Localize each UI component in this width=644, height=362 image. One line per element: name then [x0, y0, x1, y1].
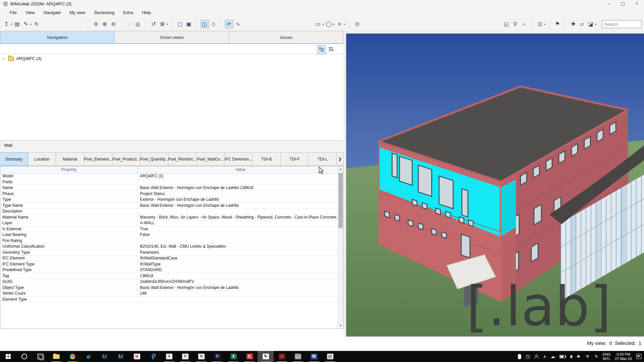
tab-issues[interactable]: Issues	[229, 31, 343, 44]
file-explorer-button[interactable]	[48, 351, 64, 362]
table-row[interactable]: LayerA-WALL	[0, 220, 338, 226]
windows-ink-icon[interactable]: ✎	[595, 354, 598, 359]
clip-plane-dropdown-icon[interactable]: ▾	[333, 23, 334, 26]
property-tab-pset-product[interactable]: Pset_Product...	[112, 152, 141, 166]
zoom-selection-icon[interactable]: ⚲	[511, 20, 520, 28]
minimize-button[interactable]: –	[602, 0, 616, 8]
battery-icon[interactable]	[559, 355, 566, 358]
property-tab-tdi-f[interactable]: TDI-F	[280, 152, 309, 166]
wifi-icon[interactable]	[585, 355, 590, 359]
table-row[interactable]: GUID1kaNtnDL95KvnXZH3WmdFV	[0, 279, 338, 285]
tab-smart-views[interactable]: Smart views	[115, 31, 229, 44]
menu-file[interactable]: File	[5, 8, 21, 17]
viewpoint-icon[interactable]: ⊙	[353, 20, 362, 28]
menu-navigate[interactable]: Navigate	[39, 8, 65, 17]
refresh-icon[interactable]: ↻	[32, 20, 41, 28]
clear-colors-icon[interactable]: ◪	[586, 20, 595, 28]
table-row[interactable]: Prefix	[0, 179, 338, 185]
acrobat-reader-button[interactable]: A	[274, 351, 290, 362]
table-scrollbar[interactable]: ▲ ▼	[338, 166, 343, 328]
rotate-view-icon[interactable]: ⟳	[225, 20, 233, 28]
zoom-extents-icon[interactable]: ◱	[502, 20, 511, 28]
property-tab-summary[interactable]: Summary	[0, 152, 28, 166]
chrome-button[interactable]	[64, 351, 80, 362]
save-view-icon[interactable]: ⚑	[553, 20, 562, 28]
lightroom-classic-button[interactable]: Lr	[113, 351, 129, 362]
orbit-center-icon[interactable]: ◎	[133, 20, 142, 28]
zoom-in-icon[interactable]: ⊕	[100, 20, 109, 28]
list-options-dropdown-icon[interactable]: ▾	[344, 23, 345, 26]
table-row[interactable]: Vertex Count146	[0, 291, 338, 297]
microsoft-store-button[interactable]: ⊞	[129, 351, 145, 362]
select-icon[interactable]: ▢	[176, 20, 184, 28]
export-icon[interactable]: ↥	[2, 20, 11, 28]
menu-view[interactable]: View	[21, 8, 39, 17]
table-row[interactable]: ModelARQ4IFC (3)	[0, 173, 338, 179]
language-indicator[interactable]: ENG INTL	[602, 352, 610, 361]
undo-icon[interactable]: ↺	[149, 20, 158, 28]
lightroom-button[interactable]: Lr	[97, 351, 113, 362]
property-tab-material[interactable]: Material	[56, 152, 84, 166]
saved-views-dropdown-icon[interactable]: ▾	[167, 23, 168, 26]
table-row[interactable]: PhaseProject Status	[0, 191, 338, 197]
search-input[interactable]	[602, 20, 641, 28]
table-row[interactable]: Predefined TypeSTANDARD	[0, 267, 338, 273]
walk-path-icon[interactable]: ∿	[233, 20, 242, 28]
add-smart-view-icon[interactable]: ✚	[569, 20, 578, 28]
components-dropdown-icon[interactable]: ▾	[544, 23, 545, 26]
search-app-button[interactable]: ⚲	[145, 351, 161, 362]
property-tab-pset-element[interactable]: Pset_Element...	[84, 152, 112, 166]
clock[interactable]: 6:26 PM 27-Mar-19	[615, 352, 632, 361]
smart-view-colors-icon[interactable]: ▱	[578, 20, 586, 28]
export-dropdown-icon[interactable]: ▾	[11, 23, 12, 26]
table-row[interactable]: Element Type	[0, 297, 338, 303]
property-tab-tdi-l[interactable]: TDI-L	[308, 152, 337, 166]
property-tab-pset-reinforc[interactable]: Pset_Reinforc...	[168, 152, 197, 166]
notes-button[interactable]: ▤	[322, 351, 338, 362]
menu-my-view[interactable]: My view	[65, 8, 90, 17]
column-header-property[interactable]: Property	[0, 166, 138, 173]
bimcollab-zoom-button[interactable]: ✎	[258, 351, 274, 362]
mouse-settings-icon[interactable]	[518, 354, 521, 359]
group-view-toggle[interactable]	[326, 45, 335, 54]
scroll-down-icon[interactable]: ▼	[338, 323, 343, 328]
task-view-button[interactable]	[32, 351, 48, 362]
menu-help[interactable]: Help	[138, 8, 155, 17]
table-row[interactable]: Is ExternalTrue	[0, 226, 338, 232]
display-project-icon[interactable]: ◳	[526, 354, 530, 359]
property-tab-pset-quantity[interactable]: Pset_Quantity...	[140, 152, 168, 166]
clear-colors-dropdown-icon[interactable]: ▾	[595, 23, 596, 26]
table-row[interactable]: IFC Element TypeIfcWallType	[0, 261, 338, 267]
tree-root-row[interactable]: ▷ ARQ4IFC (3)	[0, 54, 343, 61]
menu-sectioning[interactable]: Sectioning	[90, 8, 119, 17]
hidden-icons-chevron-icon[interactable]: ∧	[543, 354, 546, 359]
section-box-icon[interactable]: ◫	[200, 20, 209, 28]
letter-c-app-button[interactable]: C	[241, 351, 258, 362]
table-row[interactable]: Object TypeBasic Wall:Exterior - Hormigó…	[0, 285, 338, 291]
table-row[interactable]: NameBasic Wall:Exterior - Hormigón con E…	[0, 185, 338, 191]
volume-icon[interactable]	[570, 355, 572, 358]
table-row[interactable]: Tag136618	[0, 273, 338, 279]
scroll-thumb[interactable]	[338, 173, 343, 228]
property-tab-ifc-dimensio[interactable]: IFC Dimensio...	[224, 152, 253, 166]
expand-arrow-icon[interactable]: ▷	[3, 57, 7, 60]
table-row[interactable]: Fire Rating	[0, 238, 338, 244]
save-icon[interactable]: ▤	[13, 20, 21, 28]
letter-a-app-button[interactable]: A	[161, 351, 177, 362]
chat-button[interactable]: …	[290, 351, 306, 362]
measure-dropdown-icon[interactable]: ▾	[322, 23, 324, 26]
link-dropdown-icon[interactable]: ▾	[30, 23, 32, 26]
table-row[interactable]: IFC ElementIfcWallStandardCase	[0, 255, 338, 261]
word-button[interactable]: W	[306, 351, 322, 362]
people-icon[interactable]	[534, 354, 539, 359]
select-multi-icon[interactable]: ▣	[184, 20, 193, 28]
start-button[interactable]	[0, 351, 16, 362]
excel-button[interactable]: X	[225, 351, 241, 362]
measure-icon[interactable]: ▭	[314, 20, 322, 28]
zoom-window-icon[interactable]: ⌕	[520, 20, 528, 28]
link-icon[interactable]: ✎	[21, 20, 30, 28]
tab-overflow-button[interactable]: ❯	[336, 152, 343, 166]
table-row[interactable]: Description	[0, 208, 338, 215]
dropbox-icon[interactable]: ❖	[577, 354, 581, 359]
table-row[interactable]: Geometry TypeParametric	[0, 250, 338, 256]
